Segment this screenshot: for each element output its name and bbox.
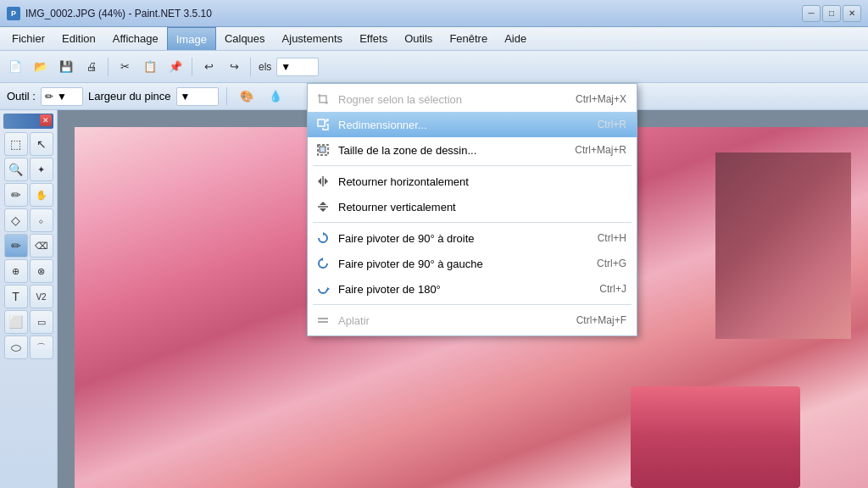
brush-width-label: Largeur du pince xyxy=(88,90,171,103)
new-button[interactable]: 📄 xyxy=(3,55,27,79)
toolbar-separator-2 xyxy=(192,58,192,76)
stamp-tool[interactable]: ⊗ xyxy=(30,259,53,283)
rogner-shortcut: Ctrl+Maj+X xyxy=(576,93,626,105)
color-blend-button[interactable]: 🎨 xyxy=(235,85,259,108)
round-rect-tool[interactable]: ▭ xyxy=(30,310,53,334)
toolbox-close-button[interactable]: ✕ xyxy=(40,114,52,126)
ellipse-tool[interactable]: ⬭ xyxy=(4,336,28,359)
layers-dropdown[interactable]: ▼ xyxy=(276,58,319,76)
menu-image[interactable]: Image xyxy=(167,27,216,50)
menu-rogner[interactable]: Rogner selon la sélection Ctrl+Maj+X xyxy=(308,86,637,112)
window-controls: ─ □ ✕ xyxy=(802,5,861,22)
pivoter-droite-icon xyxy=(314,230,331,247)
tool-row-4: ◇ ⬦ xyxy=(3,208,53,232)
undo-button[interactable]: ↩ xyxy=(197,55,220,79)
brush-width-dropdown[interactable]: ▼ xyxy=(176,87,219,106)
tool-row-2: 🔍 ✦ xyxy=(3,158,53,181)
pivoter-180-icon xyxy=(314,280,331,297)
open-button[interactable]: 📂 xyxy=(29,55,53,79)
menu-outils[interactable]: Outils xyxy=(396,27,441,50)
tool-opt-sep xyxy=(226,87,227,106)
tool-row-9: ⬭ ⌒ xyxy=(3,336,53,359)
menu-sep-1 xyxy=(313,165,632,166)
hand-tool[interactable]: ✋ xyxy=(30,183,53,207)
paste-button[interactable]: 📌 xyxy=(164,55,187,79)
retourner-h-label: Retourner horizontalement xyxy=(338,175,620,188)
redo-button[interactable]: ↪ xyxy=(222,55,246,79)
tool-selector[interactable]: ✏ ▼ xyxy=(41,87,83,106)
color-picker-button[interactable]: 💧 xyxy=(264,85,287,108)
pivoter-gauche-icon xyxy=(314,255,331,272)
taille-zone-icon xyxy=(314,141,331,158)
menu-fichier[interactable]: Fichier xyxy=(3,27,53,50)
menu-fenetre[interactable]: Fenêtre xyxy=(441,27,496,50)
curve-tool[interactable]: ⌒ xyxy=(30,336,53,359)
redimensionner-shortcut: Ctrl+R xyxy=(598,119,626,130)
tool-row-7: T V2 xyxy=(3,285,53,308)
menu-calques[interactable]: Calques xyxy=(216,27,274,50)
redimensionner-icon xyxy=(314,116,331,133)
menu-aide[interactable]: Aide xyxy=(496,27,535,50)
menu-sep-2 xyxy=(313,222,632,223)
minimize-button[interactable]: ─ xyxy=(802,5,821,22)
menu-taille-zone[interactable]: Taille de la zone de dessin... Ctrl+Maj+… xyxy=(308,137,637,163)
v12-tool[interactable]: V2 xyxy=(30,285,53,308)
title-bar: P IMG_0002.JPG (44%) - Paint.NET 3.5.10 … xyxy=(0,0,868,27)
pivoter-180-shortcut: Ctrl+J xyxy=(599,283,626,295)
redimensionner-label: Redimensionner... xyxy=(338,119,591,131)
taille-zone-shortcut: Ctrl+Maj+R xyxy=(575,144,626,156)
cut-button[interactable]: ✂ xyxy=(113,55,136,79)
menu-retourner-v[interactable]: Retourner verticalement xyxy=(308,194,637,219)
retourner-v-label: Retourner verticalement xyxy=(338,201,620,214)
pivoter-droite-label: Faire pivoter de 90° à droite xyxy=(338,232,591,245)
move-tool[interactable]: ↖ xyxy=(30,132,53,156)
svg-rect-6 xyxy=(318,321,328,323)
tool-label: Outil : xyxy=(7,90,36,103)
pivoter-gauche-shortcut: Ctrl+G xyxy=(597,258,626,269)
toolbox-header: ✕ xyxy=(3,114,53,129)
zoom-tool[interactable]: 🔍 xyxy=(4,158,28,181)
copy-button[interactable]: 📋 xyxy=(138,55,162,79)
maximize-button[interactable]: □ xyxy=(822,5,841,22)
menu-pivoter-droite[interactable]: Faire pivoter de 90° à droite Ctrl+H xyxy=(308,225,637,251)
rogner-label: Rogner selon la sélection xyxy=(338,93,569,106)
menu-retourner-h[interactable]: Retourner horizontalement xyxy=(308,169,637,194)
pivoter-gauche-label: Faire pivoter de 90° à gauche xyxy=(338,258,590,270)
tool-row-6: ⊕ ⊗ xyxy=(3,259,53,283)
window-title: IMG_0002.JPG (44%) - Paint.NET 3.5.10 xyxy=(25,8,212,19)
eraser-tool[interactable]: ⌫ xyxy=(30,234,53,258)
save-button[interactable]: 💾 xyxy=(54,55,78,79)
menu-pivoter-180[interactable]: Faire pivoter de 180° Ctrl+J xyxy=(308,276,637,302)
menu-pivoter-gauche[interactable]: Faire pivoter de 90° à gauche Ctrl+G xyxy=(308,251,637,276)
aplatir-label: Aplatir xyxy=(338,314,570,327)
diamond-tool[interactable]: ◇ xyxy=(4,208,28,232)
print-button[interactable]: 🖨 xyxy=(80,55,103,79)
rectangle-select-tool[interactable]: ⬚ xyxy=(4,132,28,156)
rogner-icon xyxy=(314,91,331,108)
toolbar-separator-3 xyxy=(250,58,251,76)
tool-row-1: ⬚ ↖ xyxy=(3,132,53,156)
svg-rect-0 xyxy=(318,119,325,126)
fill-tool[interactable]: ⬦ xyxy=(30,208,53,232)
aplatir-icon xyxy=(314,312,331,329)
close-button[interactable]: ✕ xyxy=(843,5,861,22)
menu-edition[interactable]: Edition xyxy=(53,27,104,50)
brush-tool[interactable]: ✏ xyxy=(4,234,28,258)
taille-zone-label: Taille de la zone de dessin... xyxy=(338,144,568,157)
magic-wand-tool[interactable]: ✦ xyxy=(30,158,53,181)
menu-effets[interactable]: Effets xyxy=(351,27,396,50)
menu-aplatir[interactable]: Aplatir Ctrl+Maj+F xyxy=(308,308,637,333)
retourner-h-icon xyxy=(314,173,331,190)
app-icon: P xyxy=(7,7,20,20)
clone-tool[interactable]: ⊕ xyxy=(4,259,28,283)
pencil-tool[interactable]: ✏ xyxy=(4,183,28,207)
menu-affichage[interactable]: Affichage xyxy=(104,27,167,50)
layers-label: els xyxy=(255,61,275,73)
tool-row-8: ⬜ ▭ xyxy=(3,310,53,334)
rect-shape-tool[interactable]: ⬜ xyxy=(4,310,28,334)
menu-redimensionner[interactable]: Redimensionner... Ctrl+R xyxy=(308,112,637,137)
main-toolbar: 📄 📂 💾 🖨 ✂ 📋 📌 ↩ ↪ els ▼ xyxy=(0,51,868,83)
svg-rect-2 xyxy=(320,147,326,152)
text-tool[interactable]: T xyxy=(4,285,28,308)
menu-ajustements[interactable]: Ajustements xyxy=(274,27,352,50)
